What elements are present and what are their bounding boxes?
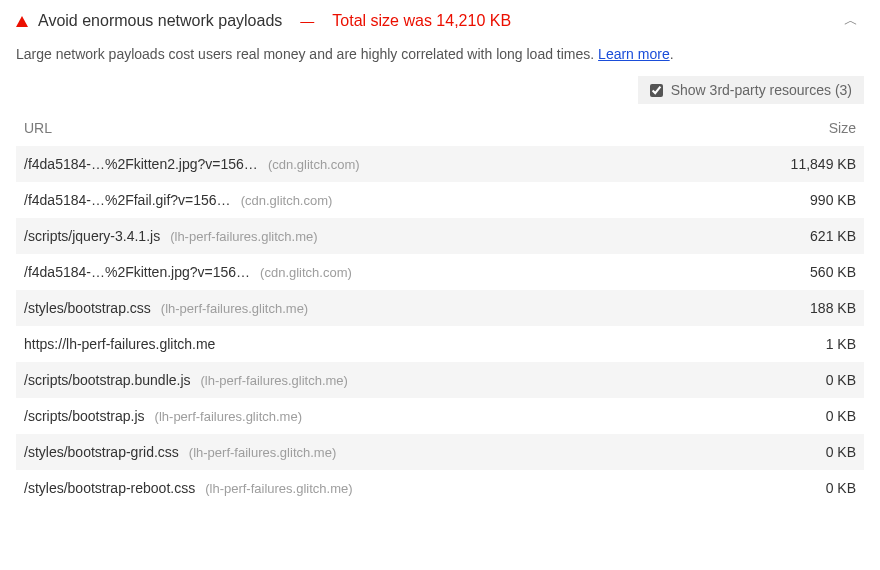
url-origin: (lh-perf-failures.glitch.me)	[161, 301, 308, 316]
audit-title: Avoid enormous network payloads	[38, 12, 282, 30]
url-origin: (cdn.glitch.com)	[268, 157, 360, 172]
cell-size: 1 KB	[746, 336, 856, 352]
table-row[interactable]: /styles/bootstrap-grid.css(lh-perf-failu…	[16, 434, 864, 470]
cell-url: /scripts/bootstrap.bundle.js(lh-perf-fai…	[24, 372, 746, 388]
column-header-url: URL	[24, 120, 746, 136]
table-row[interactable]: /f4da5184-…%2Ffail.gif?v=156…(cdn.glitch…	[16, 182, 864, 218]
url-origin: (lh-perf-failures.glitch.me)	[155, 409, 302, 424]
url-origin: (lh-perf-failures.glitch.me)	[201, 373, 348, 388]
cell-size: 0 KB	[746, 372, 856, 388]
cell-size: 188 KB	[746, 300, 856, 316]
cell-url: /styles/bootstrap-reboot.css(lh-perf-fai…	[24, 480, 746, 496]
url-path: /styles/bootstrap.css	[24, 300, 151, 316]
url-path: /f4da5184-…%2Ffail.gif?v=156…	[24, 192, 231, 208]
table-row[interactable]: /scripts/bootstrap.js(lh-perf-failures.g…	[16, 398, 864, 434]
cell-url: /f4da5184-…%2Fkitten.jpg?v=156…(cdn.glit…	[24, 264, 746, 280]
url-origin: (cdn.glitch.com)	[241, 193, 333, 208]
cell-size: 560 KB	[746, 264, 856, 280]
cell-size: 11,849 KB	[746, 156, 856, 172]
table-row[interactable]: https://lh-perf-failures.glitch.me1 KB	[16, 326, 864, 362]
url-path: /styles/bootstrap-reboot.css	[24, 480, 195, 496]
cell-size: 0 KB	[746, 480, 856, 496]
learn-more-link[interactable]: Learn more	[598, 46, 670, 62]
url-origin: (lh-perf-failures.glitch.me)	[205, 481, 352, 496]
toggle-row: Show 3rd-party resources (3)	[16, 76, 864, 114]
table-row[interactable]: /styles/bootstrap.css(lh-perf-failures.g…	[16, 290, 864, 326]
audit-summary: Total size was 14,210 KB	[332, 12, 511, 30]
table-header: URL Size	[16, 114, 864, 146]
url-path: /scripts/bootstrap.bundle.js	[24, 372, 191, 388]
cell-size: 0 KB	[746, 408, 856, 424]
cell-size: 0 KB	[746, 444, 856, 460]
third-party-toggle[interactable]: Show 3rd-party resources (3)	[638, 76, 864, 104]
third-party-checkbox[interactable]	[650, 84, 663, 97]
url-path: /f4da5184-…%2Fkitten2.jpg?v=156…	[24, 156, 258, 172]
table-row[interactable]: /scripts/bootstrap.bundle.js(lh-perf-fai…	[16, 362, 864, 398]
url-path: /scripts/jquery-3.4.1.js	[24, 228, 160, 244]
audit-description: Large network payloads cost users real m…	[16, 42, 864, 76]
url-path: /styles/bootstrap-grid.css	[24, 444, 179, 460]
cell-size: 621 KB	[746, 228, 856, 244]
description-text: Large network payloads cost users real m…	[16, 46, 598, 62]
cell-url: /f4da5184-…%2Fkitten2.jpg?v=156…(cdn.gli…	[24, 156, 746, 172]
url-path: /f4da5184-…%2Fkitten.jpg?v=156…	[24, 264, 250, 280]
cell-size: 990 KB	[746, 192, 856, 208]
table-row[interactable]: /scripts/jquery-3.4.1.js(lh-perf-failure…	[16, 218, 864, 254]
description-period: .	[670, 46, 674, 62]
audit-header: Avoid enormous network payloads — Total …	[16, 12, 864, 42]
cell-url: https://lh-perf-failures.glitch.me	[24, 336, 746, 352]
table-row[interactable]: /styles/bootstrap-reboot.css(lh-perf-fai…	[16, 470, 864, 506]
cell-url: /styles/bootstrap.css(lh-perf-failures.g…	[24, 300, 746, 316]
cell-url: /scripts/jquery-3.4.1.js(lh-perf-failure…	[24, 228, 746, 244]
third-party-label: Show 3rd-party resources (3)	[671, 82, 852, 98]
cell-url: /scripts/bootstrap.js(lh-perf-failures.g…	[24, 408, 746, 424]
collapse-chevron-icon[interactable]: ︿	[844, 12, 858, 30]
url-origin: (lh-perf-failures.glitch.me)	[170, 229, 317, 244]
table-row[interactable]: /f4da5184-…%2Fkitten2.jpg?v=156…(cdn.gli…	[16, 146, 864, 182]
column-header-size: Size	[746, 120, 856, 136]
audit-dash: —	[300, 13, 314, 29]
warning-triangle-icon	[16, 16, 28, 27]
url-path: /scripts/bootstrap.js	[24, 408, 145, 424]
table-body: /f4da5184-…%2Fkitten2.jpg?v=156…(cdn.gli…	[16, 146, 864, 506]
table-row[interactable]: /f4da5184-…%2Fkitten.jpg?v=156…(cdn.glit…	[16, 254, 864, 290]
cell-url: /f4da5184-…%2Ffail.gif?v=156…(cdn.glitch…	[24, 192, 746, 208]
url-origin: (lh-perf-failures.glitch.me)	[189, 445, 336, 460]
url-path: https://lh-perf-failures.glitch.me	[24, 336, 215, 352]
cell-url: /styles/bootstrap-grid.css(lh-perf-failu…	[24, 444, 746, 460]
url-origin: (cdn.glitch.com)	[260, 265, 352, 280]
